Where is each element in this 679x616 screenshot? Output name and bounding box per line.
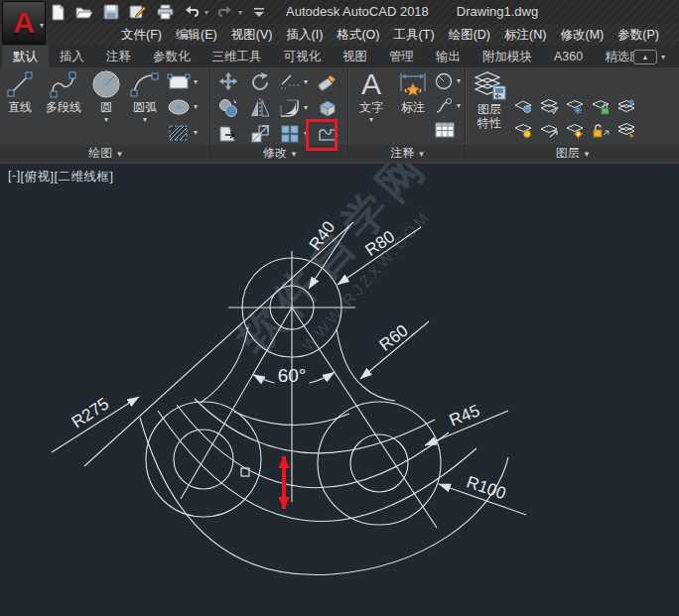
center-mark-tool[interactable]: ▾	[434, 72, 461, 90]
tab-view[interactable]: 视图	[332, 46, 378, 67]
line-button[interactable]: 直线	[2, 69, 38, 115]
circle-flyout-caret-icon[interactable]: ▾	[104, 117, 108, 123]
polyline-button[interactable]: 多段线	[40, 69, 87, 115]
menu-format[interactable]: 格式(O)	[333, 25, 383, 46]
mirror-button[interactable]	[248, 96, 272, 120]
application-menu-button[interactable]: A ▾	[2, 1, 46, 45]
panel-draw-footer[interactable]: 绘图	[0, 145, 210, 162]
menu-draw[interactable]: 绘图(D)	[445, 25, 494, 46]
menu-file[interactable]: 文件(F)	[117, 25, 166, 46]
leader-icon	[434, 97, 454, 115]
arc-button[interactable]: 圆弧 ▾	[127, 69, 163, 123]
redo-flyout-caret-icon[interactable]: ▾	[238, 8, 242, 17]
menu-parametric[interactable]: 参数(P)	[613, 25, 663, 46]
layer-freeze-icon[interactable]	[565, 98, 585, 115]
panel-layers-footer[interactable]: 图层	[466, 145, 679, 162]
circle-icon	[91, 69, 121, 99]
circle-button[interactable]: 圆 ▾	[89, 69, 123, 123]
right-radial-line	[292, 308, 437, 528]
tab-home[interactable]: 默认	[2, 46, 49, 67]
tab-3d-tools[interactable]: 三维工具	[202, 46, 273, 67]
tab-annotate[interactable]: 注释	[95, 46, 142, 67]
menu-view[interactable]: 视图(V)	[227, 25, 277, 46]
viewport-visual-style-control[interactable]: [二维线框]	[55, 169, 114, 185]
panel-layers: 图层 特性 0	[466, 67, 679, 162]
minimize-ribbon-caret-icon: ▾	[661, 53, 665, 62]
tab-parametric[interactable]: 参数化	[142, 46, 202, 67]
plot-button[interactable]	[155, 3, 175, 21]
leader-tool[interactable]: ▾	[434, 97, 461, 115]
ribbon: 直线 多段线 圆 ▾ 圆弧 ▾	[0, 67, 679, 166]
menu-modify[interactable]: 修改(M)	[557, 25, 609, 46]
menu-insert[interactable]: 插入(I)	[283, 25, 328, 46]
explode-button[interactable]	[316, 96, 340, 120]
rotate-button[interactable]	[248, 70, 272, 94]
layer-match-icon[interactable]	[616, 98, 636, 115]
open-button[interactable]	[74, 3, 94, 21]
arc-icon	[130, 69, 160, 99]
quick-access-toolbar: ▾ ▾	[48, 2, 269, 22]
layer-lock-icon[interactable]	[591, 98, 611, 115]
layer-unlock-all-icon[interactable]	[591, 122, 611, 139]
viewport-view-control[interactable]: [俯视]	[21, 169, 55, 185]
layer-isolate-icon[interactable]	[513, 98, 533, 115]
save-button[interactable]	[101, 3, 121, 21]
tab-visualize[interactable]: 可视化	[273, 46, 333, 67]
ellipse-tool[interactable]: ▾	[167, 98, 198, 116]
new-file-button[interactable]	[48, 3, 68, 21]
layer-set-current-icon[interactable]	[539, 98, 559, 115]
table-tool[interactable]	[434, 121, 456, 139]
layer-walk-icon[interactable]	[616, 122, 636, 139]
trim-flyout-caret-icon[interactable]: ▾	[304, 79, 308, 85]
trim-button[interactable]	[278, 70, 302, 94]
menu-dimension[interactable]: 标注(N)	[500, 25, 550, 46]
hatch-flyout-caret-icon[interactable]: ▾	[194, 130, 198, 136]
rectangle-tool[interactable]: ▾	[167, 73, 198, 91]
ellipse-flyout-caret-icon[interactable]: ▾	[194, 104, 198, 110]
array-button[interactable]	[278, 122, 302, 146]
menu-edit[interactable]: 编辑(E)	[172, 25, 221, 46]
tab-a360[interactable]: A360	[543, 46, 594, 67]
tab-add-ins[interactable]: 附加模块	[472, 46, 543, 67]
angle-dim-arc-right	[310, 372, 335, 383]
rectangle-flyout-caret-icon[interactable]: ▾	[194, 79, 198, 85]
ribbon-minimize-button[interactable]: ▲ ▾	[633, 50, 665, 64]
customize-toolbar-button[interactable]	[249, 3, 269, 21]
tab-manage[interactable]: 管理	[378, 46, 425, 67]
text-button[interactable]: A 文字 ▾	[352, 69, 390, 123]
undo-button[interactable]	[182, 3, 202, 21]
tab-output[interactable]: 输出	[425, 46, 472, 67]
erase-button[interactable]	[316, 70, 340, 94]
ribbon-tab-bar: 默认 插入 注释 参数化 三维工具 可视化 视图 管理 输出 附加模块 A360…	[0, 46, 679, 67]
fillet-flyout-caret-icon[interactable]: ▾	[304, 105, 308, 111]
panel-draw: 直线 多段线 圆 ▾ 圆弧 ▾	[0, 67, 210, 162]
layer-move-icon[interactable]	[539, 122, 559, 139]
undo-flyout-caret-icon[interactable]: ▾	[204, 8, 208, 17]
geometry-lines	[84, 222, 508, 575]
layer-thaw-all-icon[interactable]	[565, 122, 585, 139]
leader-flyout-caret-icon[interactable]: ▾	[457, 103, 461, 109]
panel-annotate-footer[interactable]: 注释	[348, 145, 466, 162]
panel-annotate: A 文字 ▾ 标注 ▾ ▾	[348, 67, 466, 162]
menu-tools[interactable]: 工具(T)	[390, 25, 439, 46]
hatch-tool[interactable]: ▾	[167, 123, 198, 143]
layer-on-off-icon[interactable]	[513, 122, 533, 139]
save-as-button[interactable]	[128, 3, 148, 21]
bottom-outline-arc-r100	[140, 418, 508, 575]
dimension-button[interactable]: 标注	[394, 69, 432, 115]
scale-button[interactable]	[248, 122, 272, 146]
arc-flyout-caret-icon[interactable]: ▾	[143, 117, 147, 123]
fillet-button[interactable]	[278, 96, 302, 120]
copy-button[interactable]	[216, 96, 240, 120]
tab-insert[interactable]: 插入	[49, 46, 95, 67]
redo-button[interactable]	[215, 3, 235, 21]
dim-angle-60: 60°	[278, 365, 307, 386]
move-button[interactable]	[216, 70, 240, 94]
text-flyout-caret-icon[interactable]: ▾	[369, 117, 373, 123]
viewport-menu-control[interactable]: [-]	[8, 169, 21, 185]
stretch-button[interactable]	[216, 122, 240, 146]
app-menu-caret-icon: ▾	[40, 21, 44, 30]
layer-properties-button[interactable]: 图层 特性	[468, 69, 511, 131]
model-space-viewport[interactable]: [-] [俯视] [二维线框] 软件自学网 WWW.RJZXW.COM	[0, 164, 679, 616]
center-mark-flyout-caret-icon[interactable]: ▾	[457, 78, 461, 84]
